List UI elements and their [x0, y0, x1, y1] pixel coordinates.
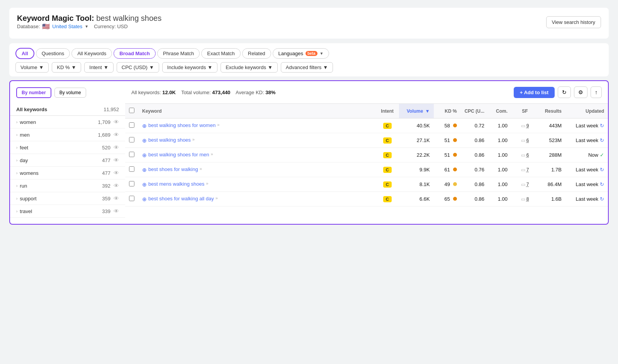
- col-header-sf: SF: [511, 104, 538, 119]
- chevron-right-icon: ›: [16, 133, 17, 137]
- refresh-icon: ↻: [562, 89, 567, 95]
- eye-icon[interactable]: 👁: [114, 144, 119, 151]
- chevron-down-icon[interactable]: ▼: [85, 24, 88, 29]
- page-title: Keyword Magic Tool: best walking shoes: [17, 14, 161, 23]
- sf-number: 6: [526, 152, 529, 158]
- keyword-link[interactable]: ⊕ best shoes for walking »: [142, 166, 372, 173]
- add-keyword-icon[interactable]: ⊕: [142, 123, 147, 129]
- chevron-right-icon: ›: [16, 196, 17, 201]
- eye-icon[interactable]: 👁: [114, 183, 119, 189]
- row-checkbox[interactable]: [129, 196, 134, 201]
- database-link[interactable]: United States: [52, 24, 82, 29]
- sf-icon: ▭: [521, 123, 525, 129]
- sort-by-number-button[interactable]: By number: [16, 87, 51, 98]
- kd-dot: [453, 197, 457, 201]
- refresh-icon[interactable]: ↻: [600, 196, 604, 202]
- sf-number: 8: [526, 196, 529, 202]
- sf-number: 7: [526, 167, 529, 173]
- beta-badge: beta: [306, 51, 317, 56]
- sf-number: 9: [526, 123, 529, 129]
- tab-exact-match[interactable]: Exact Match: [201, 48, 241, 59]
- add-keyword-icon[interactable]: ⊕: [142, 152, 147, 158]
- arrows-icon: »: [192, 137, 195, 142]
- arrows-icon: »: [216, 196, 218, 200]
- intent-filter[interactable]: Intent ▼: [84, 62, 113, 73]
- intent-badge: C: [383, 137, 392, 144]
- eye-icon[interactable]: 👁: [114, 195, 119, 201]
- sidebar-list: › women 1,709 👁 › men 1,689 👁: [10, 116, 125, 218]
- add-keyword-icon[interactable]: ⊕: [142, 167, 147, 173]
- tab-questions[interactable]: Questions: [36, 48, 70, 59]
- col-header-com: Com.: [488, 104, 511, 119]
- export-button[interactable]: ↑: [591, 86, 602, 98]
- refresh-icon[interactable]: ↻: [600, 181, 604, 187]
- sidebar: By number By volume All keywords 11,952 …: [9, 80, 125, 225]
- advanced-filters[interactable]: Advanced filters ▼: [281, 62, 333, 73]
- refresh-icon[interactable]: ↻: [600, 137, 604, 143]
- keywords-table: Keyword Intent Volume ▼ KD % CPC (U... C…: [125, 104, 608, 207]
- cpc-filter[interactable]: CPC (USD) ▼: [117, 62, 159, 73]
- exclude-keywords-filter[interactable]: Exclude keywords ▼: [221, 62, 278, 73]
- keyword-link[interactable]: ⊕ best walking shoes for women »: [142, 122, 372, 129]
- intent-badge: C: [383, 167, 392, 173]
- eye-icon[interactable]: 👁: [114, 157, 119, 163]
- col-header-volume[interactable]: Volume ▼: [399, 104, 434, 119]
- sf-icon: ▭: [521, 138, 525, 143]
- row-checkbox[interactable]: [129, 181, 134, 186]
- add-keyword-icon[interactable]: ⊕: [142, 181, 147, 188]
- keyword-link[interactable]: ⊕ best walking shoes »: [142, 137, 372, 144]
- row-checkbox[interactable]: [129, 122, 134, 128]
- add-keyword-icon[interactable]: ⊕: [142, 137, 147, 144]
- select-all-checkbox[interactable]: [129, 108, 134, 113]
- keyword-link[interactable]: ⊕ best mens walking shoes »: [142, 181, 372, 188]
- refresh-icon[interactable]: ↻: [600, 123, 604, 129]
- languages-tab[interactable]: Languages beta ▼: [273, 48, 329, 59]
- chevron-down-icon: ▼: [207, 64, 212, 70]
- chevron-down-icon: ▼: [71, 64, 76, 70]
- chevron-down-icon: ▼: [104, 64, 109, 70]
- kd-dot: [453, 168, 457, 171]
- keyword-link[interactable]: ⊕ best walking shoes for men »: [142, 152, 372, 158]
- col-header-cpc: CPC (U...: [461, 104, 488, 119]
- row-checkbox[interactable]: [129, 152, 134, 157]
- table-section: All keywords: 12.0K Total volume: 473,44…: [125, 80, 609, 225]
- all-keywords-row: All keywords 11,952: [10, 103, 125, 116]
- sort-by-volume-button[interactable]: By volume: [54, 88, 86, 98]
- keyword-link[interactable]: ⊕ best shoes for walking all day »: [142, 196, 372, 202]
- view-history-button[interactable]: View search history: [546, 16, 601, 28]
- arrows-icon: »: [206, 181, 208, 186]
- kd-filter[interactable]: KD % ▼: [52, 62, 81, 73]
- us-flag: 🇺🇸: [42, 23, 50, 30]
- tab-all[interactable]: All: [15, 48, 34, 59]
- gear-icon: ⚙: [578, 89, 583, 95]
- sf-icon: ▭: [521, 182, 525, 187]
- eye-icon[interactable]: 👁: [114, 119, 119, 125]
- eye-icon[interactable]: 👁: [114, 132, 119, 138]
- list-item: › run 392 👁: [10, 179, 125, 192]
- tabs-container: All Questions All Keywords Broad Match P…: [15, 48, 603, 59]
- list-item: › womens 477 👁: [10, 167, 125, 179]
- arrows-icon: »: [200, 166, 202, 171]
- row-checkbox[interactable]: [129, 137, 134, 142]
- tab-related[interactable]: Related: [242, 48, 271, 59]
- refresh-button[interactable]: ↻: [558, 86, 571, 98]
- settings-button[interactable]: ⚙: [574, 86, 587, 98]
- eye-icon[interactable]: 👁: [114, 208, 119, 214]
- add-keyword-icon[interactable]: ⊕: [142, 196, 147, 202]
- table-stats: All keywords: 12.0K Total volume: 473,44…: [131, 90, 275, 95]
- sf-icon: ▭: [521, 167, 525, 173]
- tab-all-keywords[interactable]: All Keywords: [71, 48, 112, 59]
- eye-icon[interactable]: 👁: [114, 170, 119, 176]
- include-keywords-filter[interactable]: Include keywords ▼: [162, 62, 217, 73]
- table-row: ⊕ best shoes for walking all day » C 6.6…: [125, 192, 608, 207]
- chevron-down-icon: ▼: [323, 64, 328, 70]
- col-header-results: Results: [538, 104, 565, 119]
- add-to-list-button[interactable]: + Add to list: [514, 87, 555, 98]
- tab-phrase-match[interactable]: Phrase Match: [157, 48, 200, 59]
- volume-filter[interactable]: Volume ▼: [15, 62, 49, 73]
- row-checkbox[interactable]: [129, 166, 134, 172]
- sf-number: 6: [526, 138, 529, 143]
- tab-broad-match[interactable]: Broad Match: [114, 48, 156, 59]
- arrows-icon: »: [211, 152, 213, 156]
- refresh-icon[interactable]: ↻: [600, 167, 604, 173]
